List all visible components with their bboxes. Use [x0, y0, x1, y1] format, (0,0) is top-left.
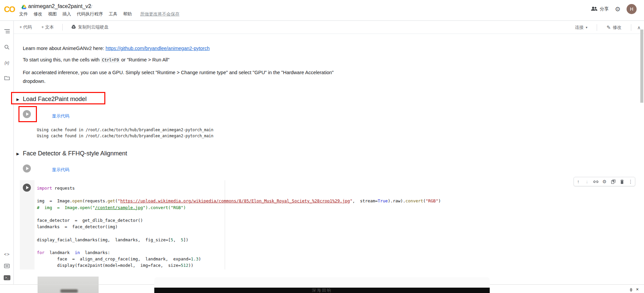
- show-code-link[interactable]: 显示代码: [52, 167, 69, 173]
- toolbar-right: 连接 ▾ ✎ 修改 ∧: [572, 21, 641, 34]
- status-dot-icon: [630, 288, 632, 292]
- show-code-link[interactable]: 显示代码: [52, 113, 69, 119]
- table-of-contents-icon[interactable]: [0, 26, 14, 36]
- search-icon[interactable]: [0, 42, 14, 52]
- colab-logo[interactable]: CO: [4, 4, 17, 15]
- move-cell-down-icon[interactable]: ↓: [584, 179, 590, 184]
- github-link[interactable]: https://github.com/bryandlee/animegan2-p…: [106, 46, 210, 51]
- menu-file[interactable]: 文件: [19, 11, 28, 17]
- run-cell-button[interactable]: [23, 110, 31, 118]
- notebook-title[interactable]: animegan2_face2paint_v2: [28, 3, 91, 9]
- bottom-overlay-panel: [154, 277, 490, 288]
- run-cell-button[interactable]: [23, 164, 31, 173]
- star-icon[interactable]: ☆: [88, 3, 93, 10]
- play-icon: [26, 167, 29, 170]
- code-snippets-icon[interactable]: <>: [0, 249, 14, 259]
- colab-notebook-window: CO animegan2_face2paint_v2 ☆ 文件 修改 视图 插入…: [0, 0, 644, 293]
- code-editor[interactable]: import requests img = Image.open(request…: [37, 185, 441, 268]
- cell-gutter: [20, 180, 35, 270]
- delete-cell-icon[interactable]: [619, 180, 625, 184]
- play-icon: [26, 112, 29, 116]
- settings-gear-icon[interactable]: ⚙: [615, 5, 621, 13]
- markdown-paragraph: Learn more about AnimeGANv2 here: https:…: [23, 46, 210, 51]
- edit-mode-button[interactable]: ✎ 修改: [603, 23, 625, 32]
- cell-output-line: Using cache found in /root/.cache/torch/…: [37, 128, 213, 132]
- markdown-paragraph: To start using this, run the cells with …: [23, 57, 169, 62]
- mirror-cell-icon[interactable]: [610, 180, 616, 184]
- menubar: 文件 修改 视图 插入 代码执行程序 工具 帮助 所做更改将不会保存: [19, 11, 179, 17]
- menu-runtime[interactable]: 代码执行程序: [77, 11, 103, 17]
- copy-to-drive-button[interactable]: 复制到云端硬盘: [68, 23, 112, 32]
- terminal-icon[interactable]: >_: [0, 273, 14, 283]
- chevron-down-icon: ▾: [586, 26, 587, 29]
- menu-view[interactable]: 视图: [48, 11, 57, 17]
- toolbar-divider: [62, 24, 63, 31]
- people-icon: [591, 6, 597, 12]
- play-icon: [26, 186, 29, 189]
- menu-help[interactable]: 帮助: [123, 11, 132, 17]
- intro-text: For accelerated inference, you can use a…: [23, 68, 334, 77]
- link-icon[interactable]: [592, 180, 599, 183]
- markdown-paragraph: For accelerated inference, you can use a…: [23, 68, 334, 86]
- notebook-toolbar: + 代码 + 文本 复制到云端硬盘 连接 ▾ ✎ 修改 ∧: [14, 21, 644, 34]
- connect-label: 连接: [575, 25, 584, 31]
- header: CO animegan2_face2paint_v2 ☆ 文件 修改 视图 插入…: [0, 0, 644, 21]
- move-cell-up-icon[interactable]: ↑: [575, 179, 582, 184]
- intro-text: Learn more about AnimeGANv2 here:: [23, 46, 106, 51]
- variables-icon[interactable]: {x}: [0, 58, 14, 68]
- run-cell-button[interactable]: [23, 184, 31, 192]
- bottom-overlay-bar: 深海回响: [154, 288, 490, 293]
- code-cell[interactable]: import requests img = Image.open(request…: [20, 180, 637, 271]
- left-sidebar: {x} <> >_: [0, 21, 14, 284]
- add-code-button[interactable]: + 代码: [16, 23, 35, 32]
- menu-insert[interactable]: 插入: [62, 11, 71, 17]
- menu-tools[interactable]: 工具: [109, 11, 117, 17]
- output-image: [38, 277, 99, 293]
- menu-edit[interactable]: 修改: [34, 11, 42, 17]
- intro-text: To start using this, run the cells with: [23, 57, 101, 62]
- drive-copy-icon: [71, 25, 76, 30]
- section-collapse-arrow[interactable]: ▶: [16, 152, 19, 156]
- intro-text: dropdown.: [23, 77, 334, 86]
- intro-text: or "Runtime > Run All": [120, 57, 169, 62]
- edit-label: 修改: [613, 25, 622, 31]
- cell-settings-gear-icon[interactable]: ⚙: [601, 179, 608, 184]
- share-button[interactable]: 分享: [591, 6, 609, 12]
- header-actions: 分享 ⚙ H: [591, 4, 637, 14]
- vertical-scrollbar[interactable]: [640, 30, 643, 103]
- share-label: 分享: [600, 6, 609, 12]
- unsaved-changes-notice[interactable]: 所做更改将不会保存: [140, 11, 179, 17]
- add-text-button[interactable]: + 文本: [38, 23, 57, 32]
- overlay-watermark: 深海回响: [312, 288, 332, 293]
- pencil-icon: ✎: [606, 25, 611, 31]
- section2-title[interactable]: Face Detector & FFHQ-style Alignment: [23, 150, 127, 157]
- command-palette-icon[interactable]: [0, 261, 14, 271]
- output-image-detail: [60, 289, 78, 293]
- drive-icon: [21, 5, 26, 11]
- toolbar-divider: [631, 24, 631, 31]
- more-vert-icon[interactable]: ⋮: [627, 179, 634, 184]
- toolbar-divider: [597, 24, 597, 31]
- files-icon[interactable]: [0, 73, 14, 83]
- account-avatar[interactable]: H: [627, 4, 637, 14]
- copy-to-drive-label: 复制到云端硬盘: [78, 24, 108, 30]
- cell-toolbar: ↑ ↓ ⚙ ⋮: [574, 177, 635, 186]
- cell-output-line: Using cache found in /root/.cache/torch/…: [37, 134, 213, 138]
- inline-code: Ctrl+F9: [101, 57, 120, 63]
- toolbar-left: + 代码 + 文本 复制到云端硬盘: [14, 23, 112, 32]
- annotation-box-heading: [11, 92, 105, 104]
- connect-button[interactable]: 连接 ▾: [572, 23, 591, 32]
- close-icon[interactable]: ×: [636, 287, 639, 292]
